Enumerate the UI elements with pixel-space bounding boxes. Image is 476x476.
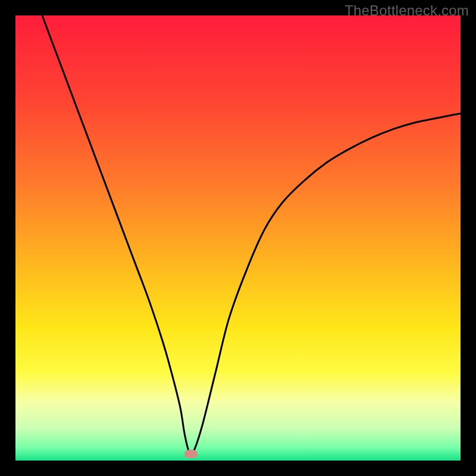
optimum-marker [184,450,198,458]
bottleneck-curve [15,15,461,461]
plot-area [15,15,461,461]
chart-frame: TheBottleneck.com [0,0,476,476]
watermark-text: TheBottleneck.com [345,2,469,19]
